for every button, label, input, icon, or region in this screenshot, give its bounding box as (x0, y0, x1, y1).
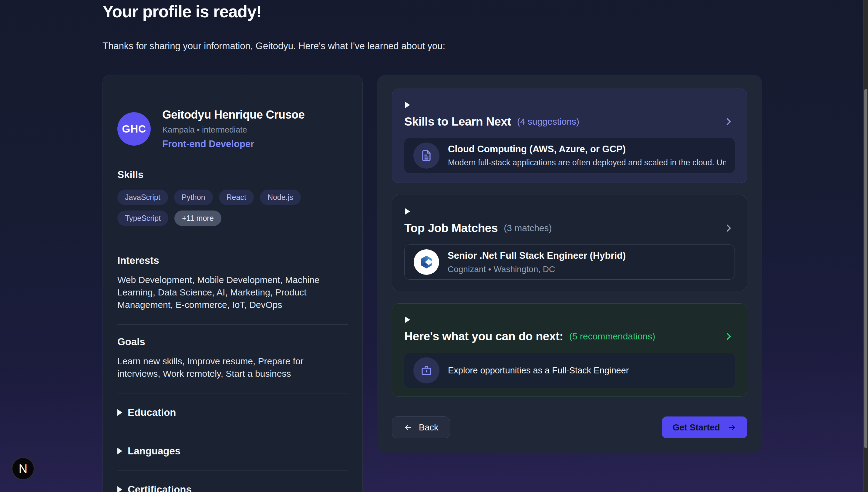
profile-identity: Geitodyu Henrique Crusoe Kampala • inter… (162, 108, 304, 150)
accordion-certifications[interactable]: Certifications (117, 470, 348, 492)
card-count: (5 recommendations) (569, 331, 655, 342)
accordion-education[interactable]: Education (117, 393, 348, 432)
accordion-languages[interactable]: Languages (117, 432, 348, 470)
page-subtitle: Thanks for sharing your information, Gei… (102, 41, 445, 52)
recommendation-title: Explore opportunities as a Full-Stack En… (448, 366, 629, 375)
skill-suggestion-title: Cloud Computing (AWS, Azure, or GCP) (448, 144, 726, 155)
avatar: GHC (117, 112, 151, 146)
skills-chip-list: JavaScript Python React Node.js TypeScri… (117, 190, 336, 226)
next-steps-header[interactable]: Here's what you can do next: (5 recommen… (404, 330, 735, 343)
skill-chip: React (219, 190, 254, 205)
skill-suggestion-desc: Modern full-stack applications are often… (448, 158, 726, 168)
page-title: Your profile is ready! (102, 2, 262, 21)
briefcase-icon (413, 357, 440, 384)
profile-ready-screen: Your profile is ready! Thanks for sharin… (0, 0, 868, 492)
arrow-left-icon (404, 423, 413, 432)
collapsed-triangle-icon (405, 316, 410, 323)
interests-text: Web Development, Mobile Development, Mac… (117, 274, 348, 311)
next-steps-card[interactable]: Here's what you can do next: (5 recommen… (392, 303, 747, 397)
collapsed-triangle-icon (117, 448, 122, 454)
collapsed-triangle-icon (405, 208, 410, 215)
card-count: (4 suggestions) (517, 117, 579, 127)
divider (117, 243, 348, 243)
skill-chip: JavaScript (117, 190, 168, 205)
chevron-right-icon[interactable] (723, 117, 734, 127)
card-title: Here's what you can do next: (404, 330, 563, 343)
scrollbar-track[interactable] (864, 0, 868, 492)
skills-to-learn-header[interactable]: Skills to Learn Next (4 suggestions) (404, 115, 735, 128)
insights-panel: Skills to Learn Next (4 suggestions) (377, 75, 762, 452)
collapsed-triangle-icon (405, 102, 410, 108)
back-button-label: Back (419, 422, 438, 433)
card-title: Skills to Learn Next (404, 115, 511, 128)
skill-suggestion-item[interactable]: Cloud Computing (AWS, Azure, or GCP) Mod… (404, 138, 735, 173)
card-count: (3 matches) (504, 223, 552, 233)
company-logo (414, 249, 439, 275)
skill-suggestion-text: Cloud Computing (AWS, Azure, or GCP) Mod… (448, 144, 726, 168)
skills-more-chip[interactable]: +11 more (174, 211, 221, 226)
collapsed-triangle-icon (117, 486, 122, 492)
back-button[interactable]: Back (392, 416, 450, 438)
skill-chip: TypeScript (117, 211, 168, 226)
get-started-button[interactable]: Get Started (662, 416, 747, 438)
job-match-item[interactable]: Senior .Net Full Stack Engineer (Hybrid)… (404, 245, 735, 280)
profile-header: GHC Geitodyu Henrique Crusoe Kampala • i… (117, 108, 348, 150)
job-company-location: Cognizant • Washington, DC (448, 265, 626, 274)
profile-role: Front-end Developer (162, 139, 304, 150)
top-job-matches-card[interactable]: Top Job Matches (3 matches) (392, 195, 747, 291)
chevron-right-icon[interactable] (723, 331, 734, 342)
profile-name: Geitodyu Henrique Crusoe (162, 108, 304, 121)
scrollbar-thumb[interactable] (864, 89, 867, 448)
collapsed-triangle-icon (117, 409, 122, 416)
nextjs-logo-icon: N (19, 462, 28, 476)
chevron-right-icon[interactable] (723, 223, 734, 233)
nextjs-dev-badge[interactable]: N (11, 457, 34, 480)
profile-location-level: Kampala • intermediate (162, 125, 304, 135)
goals-heading: Goals (117, 336, 348, 348)
recommendation-item[interactable]: Explore opportunities as a Full-Stack En… (404, 353, 735, 388)
skills-to-learn-card[interactable]: Skills to Learn Next (4 suggestions) (392, 89, 747, 183)
job-match-text: Senior .Net Full Stack Engineer (Hybrid)… (448, 250, 626, 274)
arrow-right-icon (727, 423, 736, 432)
skill-chip: Python (174, 190, 213, 205)
accordion-label: Certifications (128, 484, 192, 492)
document-icon (413, 143, 440, 169)
accordion-label: Languages (128, 445, 180, 457)
accordion-label: Education (128, 407, 176, 418)
skill-chip: Node.js (260, 190, 301, 205)
goals-text: Learn new skills, Improve resume, Prepar… (117, 355, 348, 380)
profile-summary-card: GHC Geitodyu Henrique Crusoe Kampala • i… (102, 75, 363, 492)
top-job-matches-header[interactable]: Top Job Matches (3 matches) (404, 221, 735, 235)
get-started-label: Get Started (673, 422, 720, 433)
interests-heading: Interests (117, 255, 348, 266)
skills-heading: Skills (117, 169, 348, 180)
job-title: Senior .Net Full Stack Engineer (Hybrid) (448, 250, 626, 261)
card-title: Top Job Matches (404, 221, 498, 235)
